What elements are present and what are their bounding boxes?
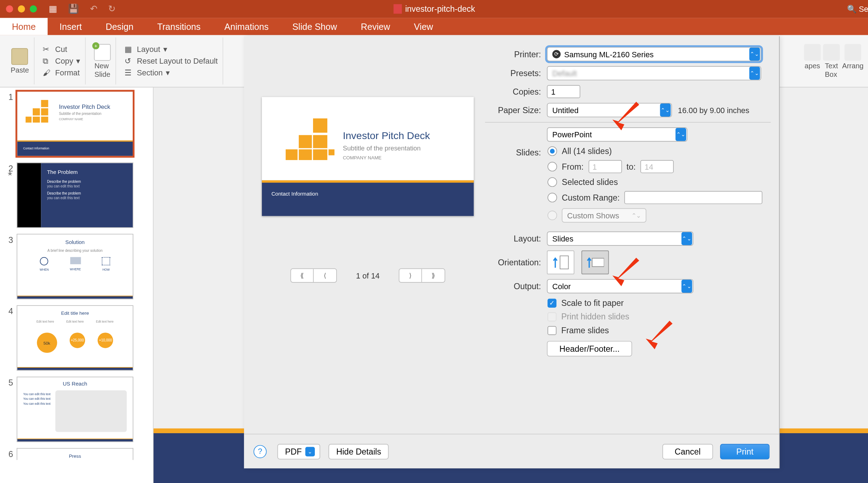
tab-view[interactable]: View <box>402 18 445 35</box>
frame-slides-checkbox[interactable] <box>547 326 556 335</box>
print-hidden-checkbox <box>547 312 556 321</box>
pdf-button[interactable]: PDF⌄ <box>277 444 320 459</box>
print-form: Printer: ⟳Samsung ML-2160 Series ⌃⌄ Pres… <box>485 47 771 356</box>
layout-icon: ▦ <box>125 44 134 54</box>
print-button[interactable]: Print <box>720 444 770 459</box>
selected-slides-radio[interactable] <box>547 177 557 187</box>
tab-home[interactable]: Home <box>0 18 48 35</box>
slide-thumbnail-3[interactable]: Solution A brief line describing your so… <box>17 234 133 299</box>
reset-icon: ↺ <box>125 56 134 66</box>
annotation-arrow <box>643 321 678 351</box>
layout-form-label: Layout: <box>485 234 547 243</box>
tab-animations[interactable]: Animations <box>212 18 280 35</box>
tab-transitions[interactable]: Transitions <box>145 18 213 35</box>
first-page-button[interactable]: ⟪ <box>291 269 314 282</box>
section-icon: ☰ <box>125 68 134 78</box>
printer-select[interactable]: ⟳Samsung ML-2160 Series ⌃⌄ <box>547 47 761 61</box>
shapes-button[interactable]: apes <box>804 44 821 78</box>
redo-icon[interactable]: ↻ <box>108 4 116 14</box>
dialog-footer: ? PDF⌄ Hide Details Cancel Print <box>244 434 779 468</box>
presets-select[interactable]: Default ⌃⌄ <box>547 66 761 80</box>
slides-to-input[interactable] <box>640 160 674 173</box>
slides-all-radio[interactable] <box>547 147 557 156</box>
tab-design[interactable]: Design <box>94 18 145 35</box>
shapes-icon <box>804 44 821 60</box>
prev-page-button[interactable]: ⟨ <box>314 269 337 282</box>
cut-button[interactable]: ✂Cut <box>43 43 67 55</box>
copy-icon: ⧉ <box>43 56 52 66</box>
orientation-landscape-button[interactable] <box>582 250 609 274</box>
undo-icon[interactable]: ↶ <box>90 4 98 14</box>
scale-to-fit-checkbox[interactable]: ✓ <box>547 298 556 307</box>
close-window-button[interactable] <box>6 5 13 12</box>
orientation-portrait-button[interactable] <box>547 250 574 274</box>
arrange-button[interactable]: Arrang <box>842 44 863 78</box>
maximize-window-button[interactable] <box>30 5 37 12</box>
cancel-button[interactable]: Cancel <box>662 444 713 459</box>
section-button[interactable]: ☰Section ▾ <box>125 67 170 79</box>
dropdown-arrow-icon: ⌃⌄ <box>749 48 760 61</box>
print-preview: Investor Pitch Deck Subtitle of the pres… <box>255 97 481 283</box>
format-painter-button[interactable]: 🖌Format <box>43 67 80 79</box>
dropdown-arrow-icon: ⌃⌄ <box>676 128 686 141</box>
slide-number: 5 <box>2 377 13 442</box>
reset-button[interactable]: ↺Reset Layout to Default <box>125 55 218 67</box>
slides-from-input[interactable] <box>588 160 622 173</box>
slide-number: 1 <box>2 91 13 156</box>
tab-slideshow[interactable]: Slide Show <box>280 18 349 35</box>
paper-size-label: Paper Size: <box>485 105 547 115</box>
layout-select[interactable]: Slides ⌃⌄ <box>547 232 693 246</box>
copies-input[interactable] <box>547 85 580 98</box>
save-icon[interactable]: 💾 <box>68 4 79 14</box>
paste-button[interactable]: Paste <box>11 48 29 74</box>
powerpoint-file-icon <box>393 4 401 14</box>
minimize-window-button[interactable] <box>18 5 25 12</box>
scissors-icon: ✂ <box>43 44 52 54</box>
output-label: Output: <box>485 281 547 291</box>
paper-dimensions: 16.00 by 9.00 inches <box>678 106 750 115</box>
copy-button[interactable]: ⧉Copy ▾ <box>43 55 80 67</box>
titlebar: ▦ 💾 ↶ ↻ investor-pitch-deck 🔍 Se <box>0 0 868 18</box>
tab-review[interactable]: Review <box>349 18 402 35</box>
dropdown-arrow-icon: ⌃⌄ <box>682 232 692 245</box>
arrange-icon <box>845 44 861 60</box>
brush-icon: 🖌 <box>43 68 52 78</box>
custom-range-input[interactable] <box>624 191 762 204</box>
slide-thumbnail-2[interactable]: The Problem Describe the problem you can… <box>17 163 133 228</box>
svg-rect-0 <box>560 256 568 269</box>
page-counter: 1 of 14 <box>356 271 380 280</box>
last-page-button[interactable]: ⟫ <box>422 269 445 282</box>
slide-panel[interactable]: 1 Investor Pitch Deck Subtitle of the pr… <box>0 87 154 483</box>
annotation-arrow <box>609 258 645 287</box>
slide-thumbnail-1[interactable]: Investor Pitch Deck Subtitle of the pres… <box>17 91 133 156</box>
header-footer-button[interactable]: Header/Footer... <box>547 341 632 356</box>
slide-thumbnail-5[interactable]: US Reach You can edit this text You can … <box>17 377 133 442</box>
copies-label: Copies: <box>485 87 547 96</box>
hide-details-button[interactable]: Hide Details <box>328 444 389 459</box>
tab-insert[interactable]: Insert <box>48 18 94 35</box>
dropdown-arrow-icon: ⌃⌄ <box>749 67 760 80</box>
search-area[interactable]: 🔍 Se <box>847 5 868 14</box>
layout-button[interactable]: ▦Layout ▾ <box>125 43 168 55</box>
next-page-button[interactable]: ⟩ <box>399 269 422 282</box>
search-icon: 🔍 <box>847 5 857 14</box>
new-slide-icon: + <box>94 44 111 60</box>
slide-thumbnail-6[interactable]: Press <box>17 448 133 460</box>
app-window: ▦ 💾 ↶ ↻ investor-pitch-deck 🔍 Se Home In… <box>0 0 868 483</box>
custom-range-radio[interactable] <box>547 193 557 202</box>
slides-from-radio[interactable] <box>547 162 557 171</box>
slide-number: 4 <box>2 305 13 371</box>
new-slide-button[interactable]: + New Slide <box>94 44 111 78</box>
star-icon: ★ <box>2 170 13 177</box>
preview-slide: Investor Pitch Deck Subtitle of the pres… <box>262 97 474 216</box>
toolbar-view-icon[interactable]: ▦ <box>49 4 57 14</box>
textbox-button[interactable]: Text Box <box>823 44 840 78</box>
annotation-arrow <box>609 102 645 132</box>
slide-thumbnail-4[interactable]: Edit title here Edit text hereEdit text … <box>17 305 133 371</box>
slides-label: Slides: <box>485 147 547 157</box>
ribbon-tabs: Home Insert Design Transitions Animation… <box>0 18 868 35</box>
textbox-icon <box>823 44 840 60</box>
document-title: investor-pitch-deck <box>393 4 475 14</box>
help-button[interactable]: ? <box>254 445 267 458</box>
clipboard-icon <box>11 48 28 65</box>
